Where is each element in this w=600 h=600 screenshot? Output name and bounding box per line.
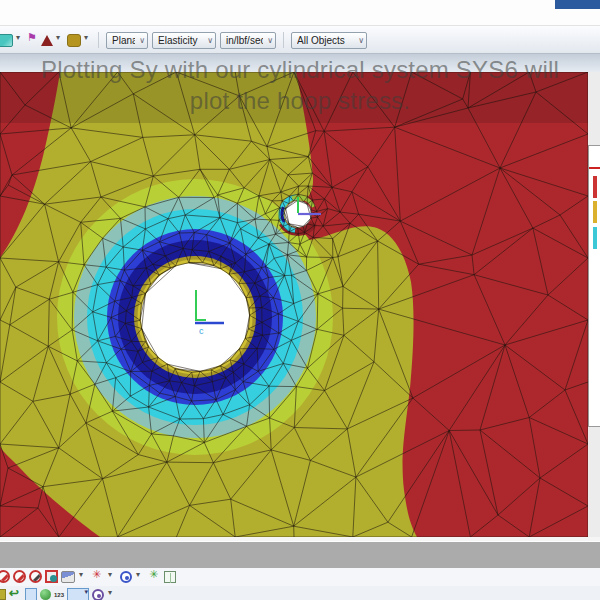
toolbar-separator <box>283 32 284 48</box>
grid-display-icon[interactable] <box>164 571 176 583</box>
prohibit-pencil-icon[interactable] <box>29 570 42 583</box>
toolbar-separator <box>98 32 99 48</box>
elasticity-combo[interactable]: Elasticity ∨ <box>152 32 216 49</box>
legend-swatch-red <box>593 176 597 198</box>
flag-icon[interactable] <box>27 34 37 47</box>
numbers-label: 123 <box>54 592 64 598</box>
title-bar <box>0 0 600 10</box>
red-burst-dropdown-arrow[interactable] <box>108 571 117 583</box>
elasticity-combo-label: Elasticity <box>158 35 203 46</box>
objects-combo-label: All Objects <box>297 35 354 46</box>
right-strip <box>588 72 600 537</box>
legend-line <box>589 167 600 169</box>
solid-view-icon[interactable] <box>45 570 58 583</box>
triangle-tool-icon[interactable] <box>41 35 53 46</box>
blue-target-icon[interactable] <box>120 571 132 583</box>
highlighter-dropdown-arrow[interactable] <box>84 34 93 46</box>
chevron-down-icon: ∨ <box>358 36 364 45</box>
planar-combo[interactable]: Planar ∨ <box>106 32 148 49</box>
texture-dropdown-arrow[interactable] <box>16 34 25 46</box>
chevron-down-icon: ∨ <box>267 36 273 45</box>
model-viewport[interactable]: c <box>0 72 588 537</box>
eraser-dropdown-arrow[interactable] <box>79 571 88 583</box>
red-burst-icon[interactable] <box>91 570 104 583</box>
bottom-toolbar-1 <box>0 568 600 586</box>
blue-target-dropdown-arrow[interactable] <box>136 571 145 583</box>
triangle-dropdown-arrow[interactable] <box>56 34 65 46</box>
window-accent <box>555 0 600 9</box>
purple-gear-icon[interactable] <box>92 589 104 600</box>
selection-box-icon[interactable] <box>25 588 37 600</box>
planar-combo-label: Planar <box>112 35 135 46</box>
objects-combo[interactable]: All Objects ∨ <box>291 32 367 49</box>
units-combo[interactable]: in/lbf/sec/F ∨ <box>220 32 276 49</box>
legend-swatch-cyan <box>593 227 597 249</box>
prohibit-2-icon[interactable] <box>13 570 26 583</box>
contour-plot: c <box>0 72 588 537</box>
legend-panel <box>588 145 600 427</box>
svg-text:c: c <box>199 326 204 336</box>
purple-gear-dropdown-arrow[interactable] <box>108 589 117 600</box>
undo-arrow-icon[interactable] <box>9 588 22 600</box>
status-gray-bar <box>0 541 600 569</box>
chevron-down-icon: ∨ <box>207 36 213 45</box>
app-window: Planar ∨ Elasticity ∨ in/lbf/sec/F ∨ All… <box>0 0 600 600</box>
legend-swatch-yellow <box>593 201 597 223</box>
bottom-toolbar-2: 123 <box>0 586 600 600</box>
highlighter-icon[interactable] <box>67 34 81 47</box>
units-combo-label: in/lbf/sec/F <box>226 35 263 46</box>
partial-icon[interactable] <box>0 589 6 600</box>
green-sphere-icon[interactable] <box>40 589 51 600</box>
chevron-down-icon: ∨ <box>139 36 145 45</box>
menu-row <box>0 10 600 26</box>
sub-band <box>0 53 600 73</box>
prohibit-1-icon[interactable] <box>0 570 10 583</box>
green-burst-icon[interactable] <box>148 570 161 583</box>
texture-swatch-icon[interactable] <box>0 34 13 47</box>
main-toolbar: Planar ∨ Elasticity ∨ in/lbf/sec/F ∨ All… <box>0 26 600 54</box>
mini-combo[interactable] <box>67 588 89 600</box>
eraser-icon[interactable] <box>61 571 75 583</box>
